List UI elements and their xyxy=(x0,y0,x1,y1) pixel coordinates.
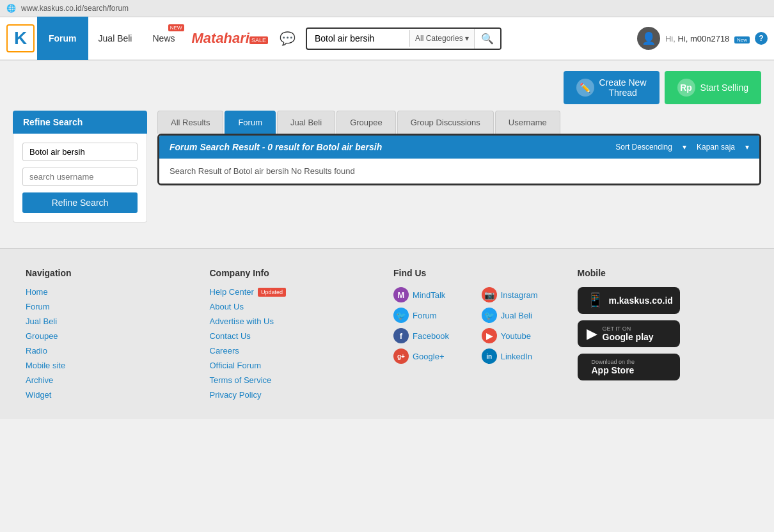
sidebar: Refine Search Refine Search xyxy=(13,111,147,223)
social-facebook[interactable]: f Facebook xyxy=(393,328,477,343)
social-mindtalk[interactable]: M MindTalk xyxy=(393,287,477,302)
category-dropdown[interactable]: All Categories ▾ xyxy=(409,30,474,47)
social-googleplus[interactable]: g+ Google+ xyxy=(393,348,477,364)
jual-beli-twitter-label: Jual Beli xyxy=(501,311,532,320)
user-greeting: Hi, Hi, m00n2718 New xyxy=(665,34,750,43)
footer-link-privacy[interactable]: Privacy Policy xyxy=(210,390,381,400)
user-new-badge: New xyxy=(734,36,750,43)
start-selling-label: Start Selling xyxy=(700,82,748,93)
search-input[interactable] xyxy=(307,29,409,47)
create-thread-button[interactable]: ✏️ Create NewThread xyxy=(564,71,659,104)
nav-news[interactable]: News NEW xyxy=(142,17,185,60)
instagram-label: Instagram xyxy=(501,290,538,300)
mall-logo[interactable]: Matahari SALE xyxy=(186,17,275,60)
footer-link-careers[interactable]: Careers xyxy=(210,346,381,356)
footer: Navigation Home Forum Jual Beli Groupee … xyxy=(0,248,774,419)
google-play-icon: ▶ xyxy=(587,325,597,342)
footer-mobile: Mobile 📱 m.kaskus.co.id ▶ GET IT ON Goog… xyxy=(578,268,749,400)
footer-link-radio[interactable]: Radio xyxy=(26,346,197,356)
refine-search-button[interactable]: Refine Search xyxy=(22,192,138,213)
linkedin-icon: in xyxy=(482,348,497,364)
footer-link-advertise[interactable]: Advertise with Us xyxy=(210,317,381,326)
footer-link-contact-us[interactable]: Contact Us xyxy=(210,331,381,341)
mobile-app-buttons: 📱 m.kaskus.co.id ▶ GET IT ON Google play xyxy=(578,287,749,380)
footer-link-archive[interactable]: Archive xyxy=(26,375,197,385)
username-input[interactable] xyxy=(22,168,138,186)
footer-link-about-us[interactable]: About Us xyxy=(210,302,381,311)
footer-link-widget[interactable]: Widget xyxy=(26,390,197,400)
social-linkedin[interactable]: in LinkedIn xyxy=(482,348,565,364)
edit-icon: ✏️ xyxy=(576,79,594,97)
footer-company-heading: Company Info xyxy=(210,268,381,278)
social-forum-twitter[interactable]: 🐦 Forum xyxy=(393,308,477,323)
time-filter[interactable]: Kapan saja xyxy=(697,143,735,152)
rp-icon: Rp xyxy=(677,79,695,97)
mobile-site-button[interactable]: 📱 m.kaskus.co.id xyxy=(578,287,680,314)
social-jual-beli-twitter[interactable]: 🐦 Jual Beli xyxy=(482,308,565,323)
result-header: Forum Search Result - 0 result for Botol… xyxy=(159,136,759,159)
twitter-icon-forum: 🐦 xyxy=(393,308,409,323)
tab-groupee[interactable]: Groupee xyxy=(336,111,396,134)
mall-text: Matahari xyxy=(192,30,249,47)
youtube-label: Youtube xyxy=(501,331,531,341)
avatar: 👤 xyxy=(637,27,660,50)
keyword-input[interactable] xyxy=(22,143,138,161)
tab-all-results[interactable]: All Results xyxy=(157,111,223,134)
footer-link-forum[interactable]: Forum xyxy=(26,302,197,311)
result-box: Forum Search Result - 0 result for Botol… xyxy=(157,134,761,185)
googleplus-icon: g+ xyxy=(393,348,409,364)
top-nav: K Forum Jual Beli News NEW Matahari SALE… xyxy=(0,17,774,61)
nav-jual-beli[interactable]: Jual Beli xyxy=(88,17,143,60)
app-store-label: App Store xyxy=(592,365,635,375)
tab-forum[interactable]: Forum xyxy=(225,111,276,134)
result-body: Search Result of Botol air bersih No Res… xyxy=(159,159,759,184)
help-center-row: Help Center Updated xyxy=(210,287,381,297)
instagram-icon: 📷 xyxy=(482,287,497,302)
search-button[interactable]: 🔍 xyxy=(474,29,500,49)
logo-box[interactable]: K xyxy=(6,24,35,52)
app-store-text: Download on the App Store xyxy=(592,359,635,375)
social-instagram[interactable]: 📷 Instagram xyxy=(482,287,565,302)
sort-descending[interactable]: Sort Descending xyxy=(615,143,672,152)
tab-jual-beli[interactable]: Jual Beli xyxy=(277,111,335,134)
footer-link-official-forum[interactable]: Official Forum xyxy=(210,361,381,370)
result-sort: Sort Descending ▾ Kapan saja ▾ xyxy=(615,143,749,152)
mobile-site-text: m.kaskus.co.id xyxy=(609,295,673,306)
start-selling-button[interactable]: Rp Start Selling xyxy=(665,71,761,104)
social-links-grid: M MindTalk 📷 Instagram 🐦 Forum 🐦 Jual Be… xyxy=(393,287,565,364)
help-icon[interactable]: ? xyxy=(755,32,768,45)
globe-icon: 🌐 xyxy=(6,4,16,13)
mindtalk-icon: M xyxy=(393,287,409,302)
google-play-small: GET IT ON xyxy=(603,325,654,332)
result-search-term: Botol air bersih xyxy=(317,142,383,152)
main-content: Refine Search Refine Search All Results … xyxy=(0,111,774,235)
result-count: - 0 result for xyxy=(262,142,317,152)
footer-link-terms[interactable]: Terms of Service xyxy=(210,375,381,385)
footer-navigation: Navigation Home Forum Jual Beli Groupee … xyxy=(26,268,197,400)
tab-username[interactable]: Username xyxy=(495,111,560,134)
browser-bar: 🌐 www.kaskus.co.id/search/forum xyxy=(0,0,774,17)
footer-link-help-center[interactable]: Help Center xyxy=(210,287,254,297)
bubble-icon[interactable]: 💬 xyxy=(274,31,301,46)
googleplus-label: Google+ xyxy=(413,352,445,361)
footer-find-us: Find Us M MindTalk 📷 Instagram 🐦 Forum 🐦… xyxy=(393,268,565,400)
user-area: 👤 Hi, Hi, m00n2718 New ? xyxy=(637,27,768,50)
action-bar: ✏️ Create NewThread Rp Start Selling xyxy=(0,61,774,111)
tab-group-discussions[interactable]: Group Discussions xyxy=(397,111,494,134)
app-store-small: Download on the xyxy=(592,359,635,365)
footer-link-mobile-site[interactable]: Mobile site xyxy=(26,361,197,370)
footer-link-home[interactable]: Home xyxy=(26,287,197,297)
nav-forum[interactable]: Forum xyxy=(37,17,88,60)
footer-link-jual-beli[interactable]: Jual Beli xyxy=(26,317,197,326)
footer-link-groupee[interactable]: Groupee xyxy=(26,331,197,341)
sidebar-body: Refine Search xyxy=(13,134,147,223)
google-play-button[interactable]: ▶ GET IT ON Google play xyxy=(578,320,680,347)
twitter-icon-jualbeli: 🐦 xyxy=(482,308,497,323)
social-youtube[interactable]: ▶ Youtube xyxy=(482,328,565,343)
forum-twitter-label: Forum xyxy=(413,311,437,320)
updated-badge: Updated xyxy=(258,288,286,297)
footer-grid: Navigation Home Forum Jual Beli Groupee … xyxy=(26,268,748,400)
footer-company-links: Help Center Updated About Us Advertise w… xyxy=(210,287,381,400)
facebook-label: Facebook xyxy=(413,331,449,341)
app-store-button[interactable]: Download on the App Store xyxy=(578,354,680,380)
